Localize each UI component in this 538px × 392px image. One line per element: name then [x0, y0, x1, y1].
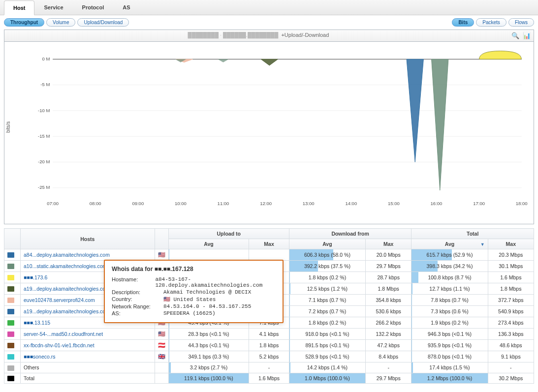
max-cell: 266.2 kbps: [366, 317, 411, 329]
col-max[interactable]: Max: [488, 239, 534, 249]
max-cell: 273.4 kbps: [488, 317, 534, 329]
flag-cell: [155, 362, 168, 373]
avg-cell: 1.8 kbps (0.2 %): [289, 317, 365, 329]
svg-text:07:00: 07:00: [47, 201, 59, 206]
left-pill-group: ThroughputVolumeUpload/Download: [4, 18, 129, 27]
max-cell: -: [249, 362, 289, 373]
avg-cell: 1.0 Mbps (100.0 %): [289, 373, 365, 384]
max-cell: 47.2 kbps: [366, 340, 411, 351]
max-cell: 1.8 Mbps: [366, 283, 411, 295]
series-swatch: [7, 320, 14, 326]
svg-text:-5 M: -5 M: [40, 83, 50, 88]
avg-cell: 7.1 kbps (0.7 %): [289, 295, 365, 306]
max-cell: 29.7 Mbps: [366, 373, 411, 384]
svg-text:10:00: 10:00: [175, 201, 187, 206]
max-cell: 8.4 kbps: [366, 351, 411, 362]
avg-cell: 891.5 bps (<0.1 %): [289, 340, 365, 351]
whois-row: Country:🇺🇸 United States: [112, 296, 276, 302]
host-link[interactable]: a10...static.akamaitechnologies.com: [24, 263, 107, 269]
pill-throughput[interactable]: Throughput: [4, 18, 44, 27]
series-swatch: [7, 365, 14, 371]
avg-cell: 12.5 kbps (1.2 %): [289, 283, 365, 295]
flag-cell: 🇺🇸: [155, 249, 168, 261]
flag-cell: 🇬🇧: [155, 351, 168, 362]
whois-title: Whois data for ■■.■■.167.128: [112, 266, 276, 272]
host-link[interactable]: ■■■.173.6: [24, 274, 47, 280]
col-group: Upload to: [168, 229, 289, 239]
tab-service[interactable]: Service: [34, 0, 72, 15]
max-cell: 1.8 Mbps: [488, 283, 534, 295]
max-cell: 540.9 kbps: [488, 306, 534, 317]
flag-cell: [155, 373, 168, 384]
max-cell: -: [488, 362, 534, 373]
series-swatch: [7, 286, 14, 292]
avg-cell: 119.1 kbps (100.0 %): [168, 373, 249, 384]
avg-cell: 392.2 kbps (37.5 %): [289, 261, 365, 272]
whois-row: Network Range:84.53.164.0 - 84.53.167.25…: [112, 303, 276, 309]
col-hosts[interactable]: Hosts: [21, 229, 155, 249]
avg-cell: 1.2 Mbps (100.0 %): [411, 373, 488, 384]
max-cell: 30.2 Mbps: [488, 373, 534, 384]
pill-bar: ThroughputVolumeUpload/Download BitsPack…: [0, 15, 538, 30]
col-max[interactable]: Max: [249, 239, 289, 249]
stack-icon[interactable]: 📊: [523, 32, 531, 39]
table-row: ■■■soneco.rs 🇬🇧 349.1 bps (0.3 %) 5.2 kb…: [4, 351, 534, 362]
max-cell: -: [366, 362, 411, 373]
avg-cell: 12.7 kbps (1.1 %): [411, 283, 488, 295]
avg-cell: [168, 249, 249, 261]
pill-volume[interactable]: Volume: [46, 18, 75, 27]
tab-host[interactable]: Host: [4, 0, 34, 15]
max-cell: 9.1 kbps: [488, 351, 534, 362]
svg-text:18:00: 18:00: [516, 201, 528, 206]
top-tabs: HostServiceProtocolAS: [0, 0, 538, 15]
avg-cell: 398.3 kbps (34.2 %): [411, 261, 488, 272]
chart-title: ████████ · ██████.████████ +Upload/-Down…: [7, 32, 509, 39]
max-cell: 28.7 kbps: [366, 272, 411, 283]
col-avg[interactable]: Avg: [289, 239, 365, 249]
series-swatch: [7, 252, 14, 258]
svg-text:-10 M: -10 M: [38, 108, 50, 113]
y-axis-label: bits/s: [5, 121, 11, 133]
host-link[interactable]: a19...deploy.akamaitechnologies.com: [24, 308, 110, 314]
host-link[interactable]: xx-fbcdn-shv-01-vie1.fbcdn.net: [24, 342, 95, 348]
pill-bits[interactable]: Bits: [452, 18, 474, 27]
col-max[interactable]: Max: [366, 239, 411, 249]
right-pill-group: BitsPacketsFlows: [452, 18, 534, 27]
host-link[interactable]: ■■■.13.115: [24, 320, 50, 326]
svg-text:-25 M: -25 M: [38, 185, 50, 190]
max-cell: 1.8 kbps: [249, 340, 289, 351]
avg-cell: 528.9 bps (<0.1 %): [289, 351, 365, 362]
chart-area[interactable]: bits/s 0 M-5 M-10 M-15 M-20 M-25 M07:000…: [4, 42, 534, 224]
col-avg[interactable]: Avg: [168, 239, 249, 249]
max-cell: 372.7 kbps: [488, 295, 534, 306]
pill-upload-download[interactable]: Upload/Download: [77, 18, 129, 27]
avg-cell: 878.0 bps (<0.1 %): [411, 351, 488, 362]
pill-packets[interactable]: Packets: [476, 18, 506, 27]
svg-text:-15 M: -15 M: [38, 134, 50, 139]
svg-text:12:00: 12:00: [260, 201, 272, 206]
col-avg[interactable]: Avg: [411, 239, 488, 249]
host-link[interactable]: a84...deploy.akamaitechnologies.com: [24, 252, 110, 258]
host-link[interactable]: ■■■soneco.rs: [24, 354, 56, 360]
zoom-icon[interactable]: 🔍: [511, 32, 519, 39]
svg-text:-20 M: -20 M: [38, 159, 50, 164]
chart-panel: ████████ · ██████.████████ +Upload/-Down…: [4, 30, 534, 224]
host-link[interactable]: euve102478.serverprofi24.com: [24, 297, 95, 303]
table-row: Total 119.1 kbps (100.0 %) 1.6 Mbps 1.0 …: [4, 373, 534, 384]
svg-text:09:00: 09:00: [132, 201, 144, 206]
avg-cell: 7.2 kbps (0.7 %): [289, 306, 365, 317]
avg-cell: 44.3 bps (<0.1 %): [168, 340, 249, 351]
svg-text:14:00: 14:00: [345, 201, 357, 206]
avg-cell: 349.1 bps (0.3 %): [168, 351, 249, 362]
whois-row: Hostname:a84-53-167-128.deploy.akamaitec…: [112, 276, 276, 288]
pill-flows[interactable]: Flows: [508, 18, 534, 27]
max-cell: 5.2 kbps: [249, 351, 289, 362]
svg-text:08:00: 08:00: [90, 201, 101, 206]
svg-text:17:00: 17:00: [473, 201, 485, 206]
tab-protocol[interactable]: Protocol: [73, 0, 114, 15]
svg-text:16:00: 16:00: [431, 201, 443, 206]
tab-as[interactable]: AS: [113, 0, 139, 15]
host-link[interactable]: a19...deploy.akamaitechnologies.com: [24, 286, 110, 292]
svg-text:15:00: 15:00: [388, 201, 400, 206]
host-link[interactable]: server-54-...mad50.r.cloudfront.net: [24, 331, 103, 337]
